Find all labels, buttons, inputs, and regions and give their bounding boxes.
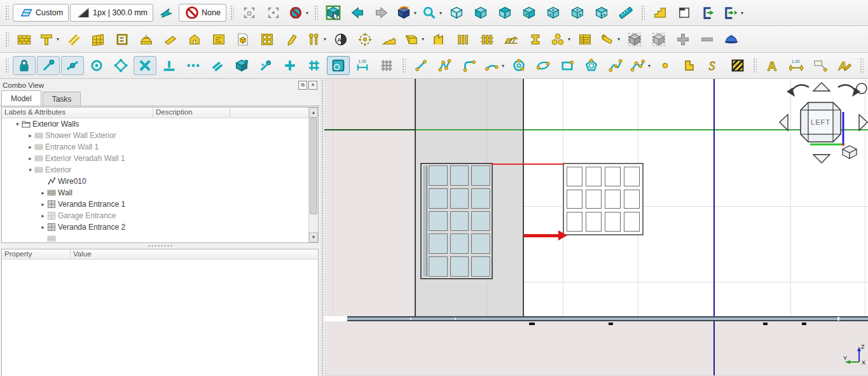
draft-heads-up-arrow-button[interactable] (155, 3, 177, 22)
navcube-arrow-right-icon[interactable] (859, 115, 867, 130)
tree-item-exterior-veradah-wall-1[interactable]: ▸Exterior Veradah Wall 1 (2, 153, 318, 164)
draft-hatch-button[interactable] (726, 56, 749, 75)
dropdown-arrow-icon[interactable]: ▾ (502, 63, 504, 69)
tree-expand-arrow-icon[interactable]: ▸ (26, 132, 34, 139)
snap-dimensions-button[interactable]: 1.00 (351, 56, 374, 75)
dropdown-arrow-icon[interactable]: ▾ (306, 10, 308, 16)
arch-stairs-button[interactable] (378, 30, 401, 49)
navcube-mini-cube-icon[interactable] (843, 146, 857, 158)
link-external-button[interactable]: ▾ (721, 3, 745, 22)
snap-endpoint-button[interactable] (37, 56, 60, 75)
right-view-button[interactable] (518, 3, 541, 22)
draft-polyline-button[interactable] (434, 56, 457, 75)
tree-expand-arrow-icon[interactable]: ▸ (39, 224, 47, 230)
grid-toggle-button[interactable] (375, 56, 398, 75)
link-make-button[interactable] (697, 3, 720, 22)
3d-viewport[interactable]: LEFT Z Y X (324, 79, 868, 376)
new-view-button[interactable] (673, 3, 696, 22)
arch-level-button[interactable] (207, 30, 230, 49)
back-button[interactable] (346, 3, 369, 22)
arch-pipe-button[interactable]: ▾ (598, 30, 622, 49)
tree-item-shower-wall-exterior[interactable]: ▸Shower Wall Exterior (2, 130, 318, 141)
snap-extension-button[interactable] (182, 56, 205, 75)
zoom-button[interactable]: ▾ (420, 3, 444, 22)
ifc-helmet-button[interactable] (720, 30, 743, 49)
toolbar-grip[interactable] (641, 5, 645, 20)
arch-frame-button[interactable] (427, 30, 450, 49)
rear-view-button[interactable] (542, 3, 565, 22)
tree-expand-arrow-icon[interactable]: ▸ (39, 201, 47, 207)
snap-parallel-button[interactable] (206, 56, 229, 75)
navigation-cube[interactable]: LEFT (777, 80, 868, 167)
draft-label-button[interactable] (809, 56, 832, 75)
front-view-button[interactable] (469, 3, 492, 22)
arch-curtainwall-button[interactable] (86, 30, 109, 49)
tree-expand-arrow-icon[interactable]: ▸ (39, 190, 47, 196)
toolbar-grip[interactable] (314, 5, 318, 20)
arch-truss-button[interactable] (500, 30, 523, 49)
window-outline[interactable] (563, 163, 644, 235)
dropdown-arrow-icon[interactable]: ▾ (568, 36, 570, 42)
tree-item-wire010[interactable]: Wire010 (2, 176, 318, 187)
arch-beam-button[interactable] (524, 30, 547, 49)
snap-grid-button[interactable] (303, 56, 326, 75)
arch-reference-button[interactable] (111, 30, 134, 49)
draft-facebinder-button[interactable] (678, 56, 701, 75)
arch-roof-button[interactable] (159, 30, 182, 49)
dropdown-arrow-icon[interactable]: ▾ (648, 63, 651, 69)
tab-tasks[interactable]: Tasks (43, 92, 81, 106)
home-view-button[interactable]: ▾ (394, 3, 418, 22)
arch-pipe-connector-button[interactable]: ▾ (548, 30, 572, 49)
dropdown-arrow-icon[interactable]: ▾ (422, 36, 424, 42)
toolbar-grip[interactable] (230, 5, 234, 20)
panel-splitter[interactable] (0, 243, 320, 249)
tree-item-exterior-walls[interactable]: ▾Exterior Walls (2, 118, 318, 130)
arch-structure-button[interactable]: ▾ (37, 30, 61, 49)
tab-model[interactable]: Model (1, 90, 41, 106)
draft-dimension-button[interactable]: 1.00 (785, 56, 808, 75)
navcube-arrow-left-icon[interactable] (780, 115, 788, 130)
float-panel-button[interactable]: ⧉ (298, 81, 307, 90)
draft-autogroup-button[interactable]: None (179, 4, 226, 22)
arch-axis-system-button[interactable] (354, 30, 376, 49)
dropdown-arrow-icon[interactable]: ▾ (617, 36, 620, 42)
property-header-property[interactable]: Property (2, 249, 71, 259)
bottom-view-button[interactable] (566, 3, 589, 22)
tree-item-wall[interactable]: ▸Wall (2, 187, 318, 198)
snap-lock-button[interactable] (13, 56, 36, 75)
tree-expand-arrow-icon[interactable]: ▾ (26, 167, 34, 173)
draft-polygon-button[interactable] (580, 56, 603, 75)
draft-fillet-button[interactable] (458, 56, 481, 75)
draft-text-button[interactable]: A (761, 56, 783, 75)
dropdown-arrow-icon[interactable]: ▾ (57, 36, 59, 42)
box-selection-button[interactable] (262, 3, 285, 22)
scroll-up-icon[interactable]: ▲ (309, 108, 318, 118)
arch-schedule-button[interactable] (574, 30, 596, 49)
draft-bezier-button[interactable]: ▾ (628, 56, 652, 75)
box-element-selection-button[interactable] (238, 3, 261, 22)
toolbar-grip[interactable] (5, 58, 9, 73)
property-header-value[interactable]: Value (71, 249, 318, 259)
draft-linewidth-button[interactable]: 1px | 300.0 mm (70, 4, 153, 22)
tree-item-entrance-wall-1[interactable]: ▸Entrance Wall 1 (2, 141, 318, 153)
toolbar-grip[interactable] (5, 32, 9, 47)
arch-panel-button[interactable]: ▾ (402, 30, 426, 49)
fit-all-button[interactable] (322, 3, 345, 22)
draft-ellipse-button[interactable] (532, 56, 555, 75)
ground-slab-band[interactable] (347, 316, 868, 321)
snap-angle-button[interactable] (109, 56, 132, 75)
dropdown-arrow-icon[interactable]: ▾ (414, 10, 417, 16)
tree-item[interactable] (2, 233, 318, 243)
snap-workingplane-button[interactable] (327, 56, 350, 75)
navcube-arrow-down-icon[interactable] (813, 155, 830, 163)
tree-item-veranda-entrance-1[interactable]: ▸Veranda Entrance 1 (2, 198, 318, 210)
draft-rectangle-button[interactable] (556, 56, 579, 75)
draft-bspline-button[interactable] (604, 56, 627, 75)
snap-midpoint-button[interactable] (61, 56, 84, 75)
snap-perpendicular-button[interactable] (158, 56, 181, 75)
dropdown-arrow-icon[interactable]: ▾ (324, 36, 326, 42)
tree-header-description[interactable]: Description (153, 108, 230, 118)
scroll-down-icon[interactable]: ▼ (309, 232, 318, 242)
draft-shapestring-button[interactable]: S (702, 56, 725, 75)
tree-item-garage-entrance[interactable]: ▸Garage Entrance (2, 210, 318, 221)
